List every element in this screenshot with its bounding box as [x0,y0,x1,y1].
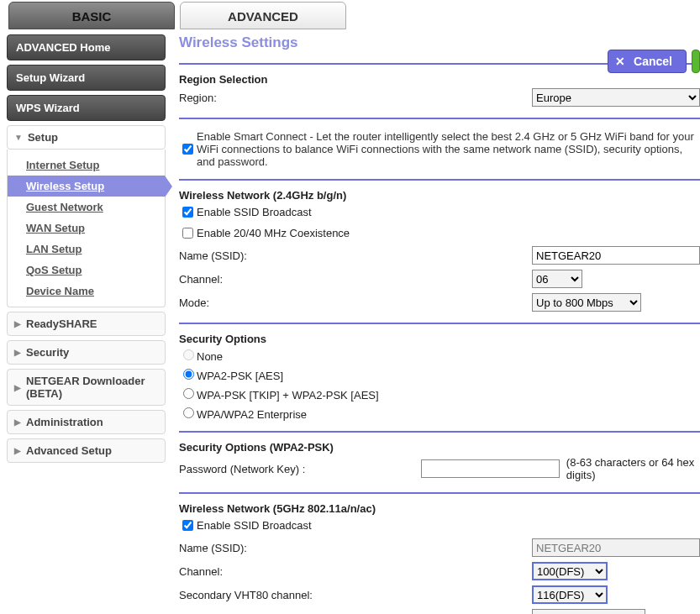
coexistence-label: Enable 20/40 MHz Coexistence [197,227,350,239]
sidebar-section-security[interactable]: ▶Security [7,340,166,365]
sidebar-nav-wps-wizard[interactable]: WPS Wizard [7,95,166,121]
tab-basic[interactable]: BASIC [8,2,175,29]
security-24-mixed-radio[interactable] [183,388,194,399]
security-24-head: Security Options [179,333,700,345]
chevron-right-icon: ▶ [14,348,21,357]
wireless-5-head: Wireless Network (5GHz 802.11a/n/ac) [179,502,700,515]
ssid-5-label: Name (SSID): [179,542,532,554]
chevron-down-icon: ▼ [14,133,23,142]
coexistence-checkbox[interactable] [182,228,193,239]
ssid-broadcast-24-label: Enable SSID Broadcast [197,206,312,218]
vht-channel-label: Secondary VHT80 channel: [179,589,532,601]
sidebar-section-readyshare[interactable]: ▶ReadySHARE [7,312,166,336]
security-24-none-radio[interactable] [183,349,194,360]
ssid-24-input[interactable] [532,246,700,265]
ssid-broadcast-5-checkbox[interactable] [182,520,193,531]
ssid-broadcast-24-checkbox[interactable] [182,207,193,218]
sidebar-item-device-name[interactable]: Device Name [8,281,165,302]
close-icon: ✕ [615,55,625,68]
sidebar-setup-submenu: Internet Setup Wireless Setup Guest Netw… [7,150,166,307]
sidebar: ADVANCED Home Setup Wizard WPS Wizard ▼S… [0,29,172,614]
sidebar-item-internet-setup[interactable]: Internet Setup [8,155,165,176]
sidebar-item-wan-setup[interactable]: WAN Setup [8,218,165,239]
mode-5-select[interactable]: Up to 1733 Mbps [532,609,645,614]
region-selection-head: Region Selection [179,73,700,86]
sidebar-section-setup[interactable]: ▼Setup [7,125,166,150]
password-input[interactable] [421,459,560,478]
security-24-mixed-label: WPA-PSK [TKIP] + WPA2-PSK [AES] [197,389,379,401]
security-24-wpa2-label: WPA2-PSK [AES] [197,370,283,382]
ssid-broadcast-5-label: Enable SSID Broadcast [197,519,312,532]
channel-5-label: Channel: [179,565,532,578]
sidebar-section-administration[interactable]: ▶Administration [7,410,166,434]
smart-connect-checkbox[interactable] [182,144,193,155]
sidebar-item-lan-setup[interactable]: LAN Setup [8,239,165,260]
sidebar-item-qos-setup[interactable]: QoS Setup [8,260,165,281]
password-label: Password (Network Key) : [179,463,421,475]
sidebar-nav-setup-wizard[interactable]: Setup Wizard [7,65,166,91]
mode-24-label: Mode: [179,297,532,309]
chevron-right-icon: ▶ [14,417,21,427]
channel-24-select[interactable]: 06 [532,270,582,288]
mode-24-select[interactable]: Up to 800 Mbps [532,293,641,312]
security-24-none-label: None [197,350,223,363]
ssid-5-input[interactable] [532,538,700,557]
ssid-24-label: Name (SSID): [179,249,532,262]
security-pw-head: Security Options (WPA2-PSK) [179,441,700,454]
channel-5-select[interactable]: 100(DFS) [532,562,608,580]
chevron-right-icon: ▶ [14,383,21,392]
sidebar-item-guest-network[interactable]: Guest Network [8,197,165,218]
region-select[interactable]: Europe [532,88,700,107]
vht-channel-select[interactable]: 116(DFS) [532,585,608,604]
security-24-enterprise-radio[interactable] [183,407,194,418]
sidebar-item-wireless-setup[interactable]: Wireless Setup [8,176,165,197]
chevron-right-icon: ▶ [14,446,21,455]
sidebar-section-advanced-setup[interactable]: ▶Advanced Setup [7,438,166,463]
cancel-button[interactable]: ✕Cancel [608,50,687,73]
region-label: Region: [179,92,532,104]
smart-connect-label: Enable Smart Connect - Let the router in… [197,130,700,168]
chevron-right-icon: ▶ [14,319,21,328]
channel-24-label: Channel: [179,273,532,286]
tab-advanced[interactable]: ADVANCED [180,2,346,29]
password-hint: (8-63 characters or 64 hex digits) [566,456,700,481]
wireless-24-head: Wireless Network (2.4GHz b/g/n) [179,189,700,202]
sidebar-section-netgear-downloader[interactable]: ▶NETGEAR Downloader (BETA) [7,369,166,406]
security-24-enterprise-label: WPA/WPA2 Enterprise [197,408,307,421]
security-24-wpa2-radio[interactable] [183,369,194,380]
apply-button[interactable] [692,50,700,73]
sidebar-nav-advanced-home[interactable]: ADVANCED Home [7,34,166,60]
